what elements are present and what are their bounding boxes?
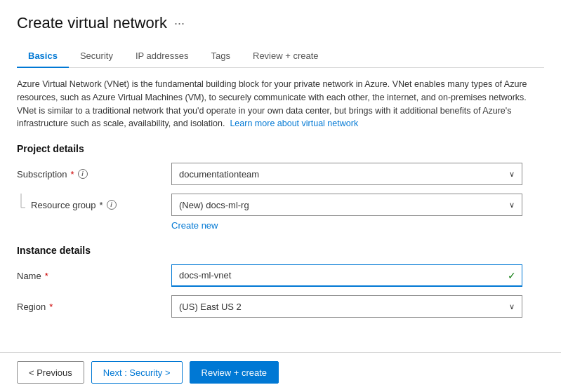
- main-content: Create virtual network ··· Basics Securi…: [0, 0, 561, 352]
- indent-line: [17, 194, 31, 216]
- subscription-chevron-icon: ∨: [509, 170, 515, 179]
- indent-svg: [17, 194, 25, 216]
- subscription-info-icon[interactable]: i: [78, 169, 88, 179]
- previous-button[interactable]: < Previous: [17, 361, 84, 384]
- resource-group-required: *: [100, 200, 103, 210]
- title-row: Create virtual network ···: [17, 14, 544, 32]
- create-new-link[interactable]: Create new: [171, 220, 544, 231]
- project-details-title: Project details: [17, 143, 544, 154]
- description-text: Azure Virtual Network (VNet) is the fund…: [17, 78, 536, 130]
- tabs-row: Basics Security IP addresses Tags Review…: [17, 45, 544, 68]
- subscription-required: *: [71, 169, 74, 180]
- resource-group-control: (New) docs-ml-rg ∨: [171, 194, 522, 216]
- region-dropdown[interactable]: (US) East US 2 ∨: [171, 295, 522, 318]
- learn-more-link[interactable]: Learn more about virtual network: [230, 119, 358, 128]
- instance-details-section: Instance details Name * ✓ Region: [17, 245, 544, 318]
- resource-group-dropdown[interactable]: (New) docs-ml-rg ∨: [171, 194, 522, 216]
- name-required: *: [45, 271, 48, 281]
- tab-basics[interactable]: Basics: [17, 45, 69, 68]
- name-label: Name *: [17, 271, 171, 281]
- tab-ip-addresses[interactable]: IP addresses: [124, 45, 200, 68]
- subscription-control: documentationteam ∨: [171, 163, 522, 185]
- region-chevron-icon: ∨: [509, 302, 515, 311]
- subscription-label: Subscription * i: [17, 169, 171, 180]
- resource-group-info-icon[interactable]: i: [107, 200, 117, 210]
- tab-security[interactable]: Security: [69, 45, 124, 68]
- subscription-row: Subscription * i documentationteam ∨: [17, 163, 544, 185]
- name-row: Name * ✓: [17, 264, 544, 287]
- region-control: (US) East US 2 ∨: [171, 295, 522, 318]
- resource-group-label-area: Resource group * i: [31, 200, 171, 210]
- region-row: Region * (US) East US 2 ∨: [17, 295, 544, 318]
- tab-review-create[interactable]: Review + create: [242, 45, 330, 68]
- project-details-section: Project details Subscription * i documen…: [17, 143, 544, 231]
- tab-tags[interactable]: Tags: [200, 45, 242, 68]
- next-button[interactable]: Next : Security >: [91, 361, 183, 384]
- resource-group-row: Resource group * i (New) docs-ml-rg ∨: [17, 194, 544, 216]
- review-create-button[interactable]: Review + create: [190, 361, 279, 384]
- subscription-dropdown[interactable]: documentationteam ∨: [171, 163, 522, 185]
- ellipsis-icon[interactable]: ···: [174, 16, 185, 31]
- name-control: ✓: [171, 264, 522, 287]
- region-label: Region *: [17, 302, 171, 312]
- name-input[interactable]: [172, 266, 508, 284]
- region-required: *: [49, 302, 53, 312]
- page-title: Create virtual network: [17, 14, 167, 32]
- name-check-icon: ✓: [508, 270, 522, 281]
- footer: < Previous Next : Security > Review + cr…: [0, 352, 561, 392]
- instance-details-title: Instance details: [17, 245, 544, 256]
- name-input-wrapper: ✓: [171, 264, 522, 287]
- page-container: Create virtual network ··· Basics Securi…: [0, 0, 561, 392]
- resource-group-chevron-icon: ∨: [509, 201, 515, 210]
